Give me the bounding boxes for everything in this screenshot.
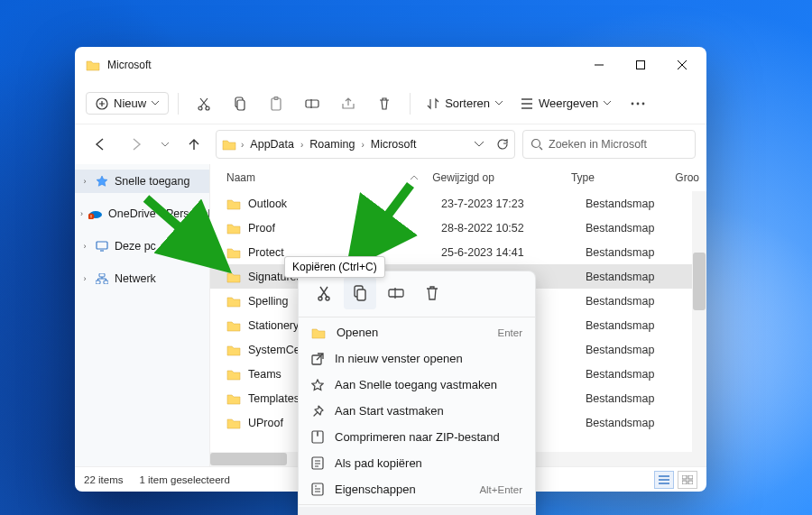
file-type: Bestandsmap [578,198,687,210]
status-selected: 1 item geselecteerd [139,474,229,485]
svg-point-2 [198,106,202,110]
ctx-delete-button[interactable] [416,277,448,309]
zip-icon [311,430,324,444]
copy-button[interactable] [224,87,256,120]
view-icon [521,98,533,109]
file-modified: 28-8-2022 10:52 [434,222,578,235]
maximize-button[interactable] [620,47,661,83]
breadcrumb-seg[interactable]: Microsoft [369,138,419,151]
ctx-open-terminal[interactable]: Openen in Terminal [299,507,535,515]
column-headers[interactable]: Naam Gewijzigd op Type Groo [210,164,706,191]
file-modified: 25-6-2023 14:41 [434,246,578,259]
ctx-item-label: Aan Snelle toegang vastmaken [335,378,497,391]
navbar: › AppData › Roaming › Microsoft Zoeken i… [75,124,706,164]
icons-view-toggle[interactable] [678,471,697,489]
file-type: Bestandsmap [578,319,687,332]
folder-icon [86,59,100,71]
file-type: Bestandsmap [578,246,687,259]
ctx-item[interactable]: In nieuw venster openen [299,345,535,372]
details-view-toggle[interactable] [654,471,674,489]
ctx-item[interactable]: EigenschappenAlt+Enter [299,476,535,502]
file-type: Bestandsmap [578,222,687,235]
titlebar[interactable]: Microsoft [75,47,706,83]
svg-rect-20 [688,475,693,479]
copy-path-icon [311,456,324,470]
pin-icon [311,405,324,418]
svg-point-9 [632,102,634,105]
share-button[interactable] [332,87,364,120]
svg-rect-16 [99,273,105,277]
svg-point-12 [532,140,540,148]
ctx-item[interactable]: OpenenEnter [299,319,535,345]
breadcrumb-seg[interactable]: AppData [248,138,296,151]
toolbar: Nieuw Sorteren Weergeven [75,83,706,124]
rename-button[interactable] [296,87,328,120]
star-icon [95,174,109,189]
history-chevron-icon[interactable] [475,142,484,147]
file-type: Bestandsmap [578,344,687,356]
status-item-count: 22 items [84,474,123,485]
svg-rect-22 [688,481,693,484]
folder-icon [226,319,241,332]
ctx-cut-button[interactable] [308,277,340,309]
ctx-shortcut: Alt+Enter [479,484,522,495]
ctx-item[interactable]: Comprimeren naar ZIP-bestand [299,424,535,450]
delete-button[interactable] [368,87,401,120]
svg-rect-8 [306,100,318,107]
ctx-item-label: Eigenschappen [335,483,416,496]
folder-icon [226,344,241,356]
ctx-copy-button[interactable] [344,277,376,309]
file-type: Bestandsmap [578,392,687,405]
annotation-arrow [137,189,236,280]
search-input[interactable]: Zoeken in Microsoft [522,130,696,159]
more-button[interactable] [622,87,654,120]
back-button[interactable] [86,130,115,159]
ctx-item-label: Openen [337,326,378,339]
props-icon [311,483,324,496]
folder-icon [226,392,241,405]
vertical-scrollbar[interactable] [692,191,706,452]
sort-button[interactable]: Sorteren [420,93,510,114]
file-row[interactable]: Proof28-8-2022 10:52Bestandsmap [210,216,706,240]
svg-rect-19 [682,475,687,479]
forward-button[interactable] [122,130,151,159]
chevron-down-icon [604,101,611,106]
new-button[interactable]: Nieuw [86,92,169,115]
file-name: Stationery [248,319,299,332]
chevron-down-icon [152,101,159,106]
breadcrumb-seg[interactable]: Roaming [308,138,356,151]
sort-icon [427,97,439,110]
file-name: Templates [248,392,300,405]
minimize-button[interactable] [578,47,620,83]
onedrive-error-icon [88,207,103,221]
window-title: Microsoft [107,59,578,71]
up-button[interactable] [180,130,208,159]
context-menu: OpenenEnterIn nieuw venster openenAan Sn… [298,271,536,515]
ctx-rename-button[interactable] [380,277,412,309]
svg-rect-26 [357,290,365,300]
file-name: Outlook [248,198,287,210]
file-type: Bestandsmap [578,295,687,308]
paste-button[interactable] [260,87,292,120]
breadcrumb[interactable]: › AppData › Roaming › Microsoft [216,130,515,159]
ctx-item-label: In nieuw venster openen [335,352,463,365]
ctx-item[interactable]: Aan Start vastmaken [299,398,535,424]
file-name: Protect [248,246,284,259]
tooltip: Kopiëren (Ctrl+C) [284,256,385,278]
folder-icon [226,368,241,381]
svg-rect-21 [682,481,687,484]
ctx-item[interactable]: Als pad kopiëren [299,450,535,476]
chevron-right-icon: › [80,209,83,218]
cut-button[interactable] [188,87,220,120]
close-button[interactable] [661,47,703,83]
file-type: Bestandsmap [578,417,687,429]
ctx-item[interactable]: Aan Snelle toegang vastmaken [299,372,535,398]
recent-button[interactable] [158,130,172,159]
folder-icon [226,295,241,308]
refresh-button[interactable] [496,138,509,151]
file-type: Bestandsmap [578,368,687,381]
chevron-down-icon [495,101,503,106]
view-button[interactable]: Weergeven [513,93,618,114]
pc-icon [95,239,109,253]
file-row[interactable]: Outlook23-7-2023 17:23Bestandsmap [210,191,706,216]
